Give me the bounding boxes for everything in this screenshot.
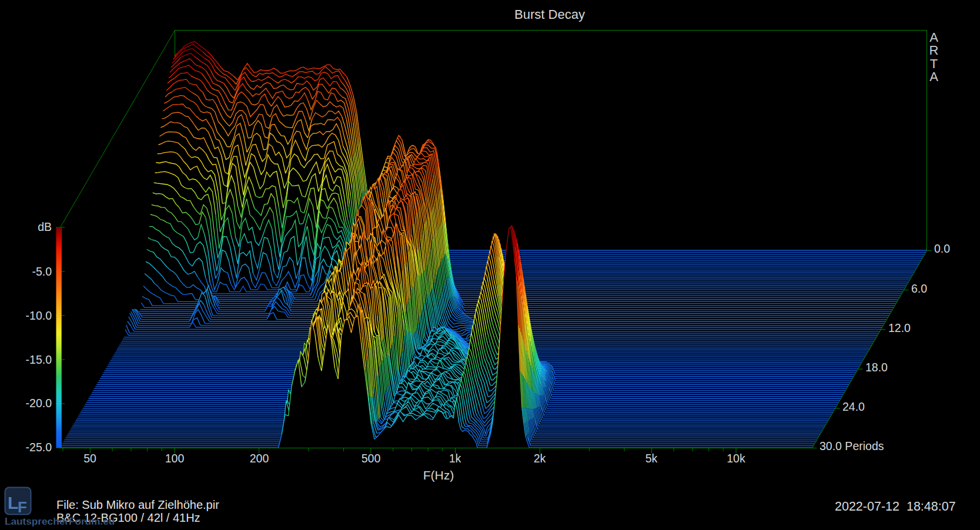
svg-text:0.0: 0.0 [934,242,950,255]
svg-text:Burst Decay: Burst Decay [514,7,585,22]
svg-text:2k: 2k [534,452,546,465]
svg-text:6.0: 6.0 [911,282,927,295]
svg-text:L: L [8,493,18,512]
svg-text:F(Hz): F(Hz) [423,468,454,482]
svg-text:1k: 1k [449,452,461,465]
svg-text:2022-07-12 18:48:07: 2022-07-12 18:48:07 [835,499,956,514]
svg-text:12.0: 12.0 [888,321,911,334]
svg-text:5k: 5k [645,452,658,465]
svg-text:10k: 10k [727,452,745,465]
svg-text:T: T [930,56,938,71]
svg-text:-10.0: -10.0 [26,309,52,322]
svg-text:-20.0: -20.0 [26,397,52,410]
svg-text:24.0: 24.0 [842,400,865,413]
svg-text:50: 50 [83,452,96,465]
svg-text:-25.0: -25.0 [26,441,52,454]
svg-text:200: 200 [250,452,269,465]
svg-text:R: R [929,43,939,58]
svg-text:100: 100 [165,452,185,465]
svg-text:F: F [18,498,27,516]
svg-text:A: A [929,69,938,84]
svg-text:500: 500 [362,452,381,465]
svg-text:-5.0: -5.0 [32,265,52,278]
svg-text:-15.0: -15.0 [26,353,52,366]
svg-text:dB: dB [38,220,52,233]
svg-text:A: A [929,30,938,45]
svg-text:18.0: 18.0 [865,361,888,374]
svg-text:LautsprecherForum.eu: LautsprecherForum.eu [5,515,115,527]
svg-text:File: Sub Mikro auf Zielhöhe.p: File: Sub Mikro auf Zielhöhe.pir [56,498,219,511]
svg-text:30.0 Periods: 30.0 Periods [820,440,884,452]
